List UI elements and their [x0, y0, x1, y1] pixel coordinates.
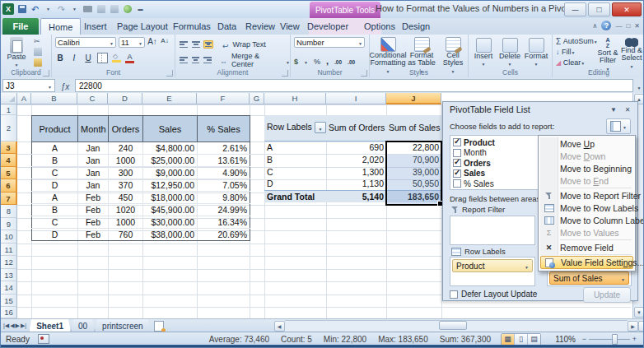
- cell[interactable]: D: [32, 179, 78, 192]
- page-layout-view-icon[interactable]: ▯: [515, 334, 528, 345]
- alignment-dialog-launcher-icon[interactable]: [282, 70, 288, 77]
- data-header[interactable]: Orders: [109, 116, 143, 142]
- align-center-icon[interactable]: [191, 56, 201, 64]
- cell[interactable]: 1000: [109, 155, 143, 167]
- cell[interactable]: Jan: [78, 167, 109, 179]
- scroll-left-icon[interactable]: ◀: [274, 321, 285, 332]
- cell[interactable]: 22,800: [386, 141, 441, 153]
- paste-button[interactable]: Paste: [4, 35, 29, 69]
- row-header-13[interactable]: 13: [1, 269, 17, 281]
- cell[interactable]: $18,000.00: [143, 192, 198, 204]
- row-header-14[interactable]: 14: [1, 281, 17, 295]
- pane-close-icon[interactable]: ✕: [622, 104, 633, 115]
- row-header-11[interactable]: 11: [1, 244, 17, 256]
- cut-icon[interactable]: ✂: [34, 37, 42, 45]
- cell[interactable]: 183,650: [386, 190, 441, 202]
- sheet-tab-00[interactable]: 00: [71, 319, 95, 332]
- macro-record-icon[interactable]: [38, 334, 49, 344]
- menu-item-move-to-end[interactable]: Move to End: [540, 174, 633, 187]
- web-button[interactable]: [122, 4, 133, 15]
- row-labels-filter-icon[interactable]: [315, 122, 326, 133]
- align-right-icon[interactable]: [203, 56, 212, 64]
- tab-home[interactable]: Home: [40, 18, 81, 35]
- cell[interactable]: Feb: [78, 216, 109, 229]
- column-header-A[interactable]: A: [17, 93, 31, 104]
- row-header-4[interactable]: 4: [1, 154, 17, 167]
- row-header-12[interactable]: 12: [1, 256, 17, 269]
- cell[interactable]: A: [32, 142, 78, 155]
- row-labels-box[interactable]: Product: [450, 257, 535, 286]
- checkbox-icon[interactable]: [453, 138, 461, 146]
- print-button[interactable]: [82, 4, 93, 15]
- collapse-ribbon-icon[interactable]: ∧: [593, 22, 598, 30]
- pivot-header[interactable]: Sum of Sales: [386, 115, 441, 141]
- cell[interactable]: $12,950.00: [143, 179, 198, 192]
- cell[interactable]: $25,000.00: [143, 155, 198, 167]
- column-header-B[interactable]: B: [31, 93, 77, 104]
- font-size-combo[interactable]: 11: [119, 37, 145, 48]
- pivot-header-row-labels[interactable]: Row Labels: [264, 115, 326, 141]
- cell[interactable]: 370: [109, 179, 143, 192]
- cell[interactable]: Feb: [78, 204, 109, 216]
- menu-item-move-to-column-labels[interactable]: Move to Column Labels: [540, 214, 633, 226]
- insert-worksheet-button[interactable]: [151, 319, 167, 332]
- row-header-1[interactable]: 1: [1, 104, 17, 115]
- cell[interactable]: Jan: [78, 179, 109, 192]
- cell[interactable]: B: [264, 153, 326, 165]
- decrease-decimal-icon[interactable]: [348, 53, 355, 67]
- cell[interactable]: C: [32, 216, 78, 229]
- column-header-F[interactable]: F: [197, 93, 250, 104]
- cell[interactable]: A: [32, 192, 78, 204]
- underline-icon[interactable]: U: [83, 53, 93, 63]
- find-select-button[interactable]: Find & Select: [620, 35, 643, 70]
- minimize-button[interactable]: [564, 2, 586, 16]
- sheet-tab-printscreen[interactable]: printscreen: [95, 319, 150, 332]
- format-cells-button[interactable]: Format: [523, 36, 549, 68]
- italic-icon[interactable]: I: [69, 53, 79, 63]
- cell[interactable]: 240: [109, 142, 143, 155]
- cell[interactable]: 2,020: [326, 153, 386, 165]
- cell[interactable]: Feb: [78, 192, 109, 204]
- clipboard-dialog-launcher-icon[interactable]: [43, 70, 49, 77]
- defer-checkbox[interactable]: [450, 290, 458, 299]
- checkbox-icon[interactable]: [453, 159, 461, 167]
- row-header-16[interactable]: 16: [1, 307, 17, 318]
- number-format-combo[interactable]: Number: [294, 37, 365, 48]
- zoom-out-icon[interactable]: −: [581, 335, 588, 343]
- cell[interactable]: $45,900.00: [143, 204, 198, 216]
- customize-qat-button[interactable]: [135, 4, 146, 15]
- cell[interactable]: 20.69%: [198, 229, 250, 241]
- cell[interactable]: 1,300: [326, 165, 386, 178]
- row-header-10[interactable]: 10: [1, 230, 17, 244]
- cell[interactable]: $4,800.00: [143, 142, 198, 155]
- font-name-combo[interactable]: Calibri: [55, 37, 116, 48]
- comma-style-icon[interactable]: [326, 53, 329, 67]
- menu-item-move-to-report-filter[interactable]: Move to Report Filter: [540, 189, 633, 202]
- cell[interactable]: $38,000.00: [143, 229, 198, 241]
- column-header-J[interactable]: J: [386, 93, 441, 104]
- middle-align-icon[interactable]: [191, 40, 201, 49]
- cell[interactable]: 24.99%: [198, 204, 250, 216]
- row-header-2[interactable]: 2: [1, 115, 17, 142]
- cell[interactable]: 50,950: [386, 178, 441, 190]
- top-align-icon[interactable]: [179, 40, 189, 49]
- font-color-icon[interactable]: A: [125, 53, 134, 63]
- tab-developer[interactable]: Developer: [300, 18, 356, 35]
- cell[interactable]: 690: [326, 141, 386, 153]
- cell[interactable]: 13.61%: [198, 155, 250, 167]
- delete-cells-button[interactable]: Delete: [497, 36, 523, 68]
- align-left-icon[interactable]: [179, 56, 189, 64]
- cell[interactable]: $30,000.00: [143, 216, 198, 229]
- copy-icon[interactable]: [34, 48, 42, 56]
- chart-button[interactable]: [109, 4, 119, 15]
- row-header-3[interactable]: 3: [1, 142, 17, 154]
- accounting-format-icon[interactable]: [294, 53, 298, 67]
- cell[interactable]: B: [32, 155, 78, 167]
- cell[interactable]: 16.34%: [198, 216, 250, 229]
- report-filter-box[interactable]: [450, 216, 535, 245]
- last-sheet-icon[interactable]: ▶|: [21, 322, 26, 329]
- font-dialog-launcher-icon[interactable]: [166, 70, 173, 77]
- menu-item-move-to-values[interactable]: Move to Values: [540, 226, 633, 239]
- row-header-7[interactable]: 7: [1, 193, 17, 205]
- row-header-6[interactable]: 6: [1, 179, 17, 193]
